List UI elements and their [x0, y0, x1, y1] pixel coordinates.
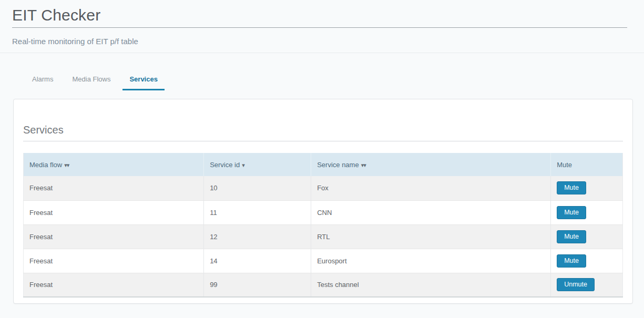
cell-mute-action: Unmute [551, 273, 623, 297]
unmute-button[interactable]: Unmute [557, 278, 595, 291]
cell-service-name: CNN [311, 200, 551, 224]
cell-media-flow: Freesat [24, 176, 204, 200]
table-row: Freesat 12 RTL Mute [24, 224, 623, 249]
services-panel: Services Media flow▾▾ Service id▾ Servic… [13, 99, 633, 304]
cell-service-name: Fox [311, 176, 551, 200]
cell-service-id: 14 [204, 249, 311, 273]
sort-icon: ▾▾ [361, 162, 366, 168]
page-header: EIT Checker Real-time monitoring of EIT … [0, 0, 644, 53]
mute-button[interactable]: Mute [557, 230, 586, 243]
title-divider [12, 27, 627, 28]
cell-service-name: RTL [311, 224, 551, 249]
cell-service-id: 99 [204, 273, 311, 297]
cell-mute-action: Mute [551, 176, 623, 200]
cell-mute-action: Mute [551, 249, 623, 273]
column-header-service-name[interactable]: Service name▾▾ [311, 153, 551, 176]
page-subtitle: Real-time monitoring of EIT p/f table [12, 37, 644, 46]
sort-icon: ▾ [242, 162, 244, 168]
page-title: EIT Checker [12, 6, 644, 24]
cell-service-id: 12 [204, 224, 311, 249]
table-header-row: Media flow▾▾ Service id▾ Service name▾▾ … [24, 153, 623, 176]
tab-media-flows[interactable]: Media Flows [65, 72, 117, 90]
table-row: Freesat 14 Eurosport Mute [24, 249, 623, 273]
mute-button[interactable]: Mute [557, 206, 586, 219]
cell-media-flow: Freesat [24, 224, 204, 249]
cell-media-flow: Freesat [24, 200, 204, 224]
table-row: Freesat 99 Tests channel Unmute [24, 273, 623, 297]
cell-media-flow: Freesat [24, 273, 204, 297]
cell-mute-action: Mute [551, 200, 623, 224]
column-header-media-flow[interactable]: Media flow▾▾ [24, 153, 204, 176]
tab-services[interactable]: Services [122, 72, 165, 90]
subtitle-divider [0, 53, 644, 53]
table-header: Media flow▾▾ Service id▾ Service name▾▾ … [24, 153, 623, 176]
cell-mute-action: Mute [551, 224, 623, 249]
table-row: Freesat 11 CNN Mute [24, 200, 623, 224]
tab-alarms[interactable]: Alarms [25, 72, 60, 90]
column-label: Service id [210, 161, 240, 169]
cell-service-name: Tests channel [311, 273, 551, 297]
column-label: Service name [317, 161, 359, 169]
panel-heading: Services [23, 124, 623, 141]
cell-service-id: 10 [204, 176, 311, 200]
cell-service-name: Eurosport [311, 249, 551, 273]
tab-bar: Alarms Media Flows Services [25, 72, 644, 90]
column-header-mute[interactable]: Mute [551, 153, 623, 176]
cell-service-id: 11 [204, 200, 311, 224]
cell-media-flow: Freesat [24, 249, 204, 273]
table-body: Freesat 10 Fox Mute Freesat 11 CNN Mute … [24, 176, 623, 297]
column-label: Mute [557, 161, 572, 169]
column-label: Media flow [29, 161, 62, 169]
table-row: Freesat 10 Fox Mute [24, 176, 623, 200]
services-table: Media flow▾▾ Service id▾ Service name▾▾ … [23, 153, 623, 298]
sort-icon: ▾▾ [64, 162, 69, 168]
mute-button[interactable]: Mute [557, 254, 586, 268]
column-header-service-id[interactable]: Service id▾ [204, 153, 311, 176]
mute-button[interactable]: Mute [557, 181, 586, 194]
